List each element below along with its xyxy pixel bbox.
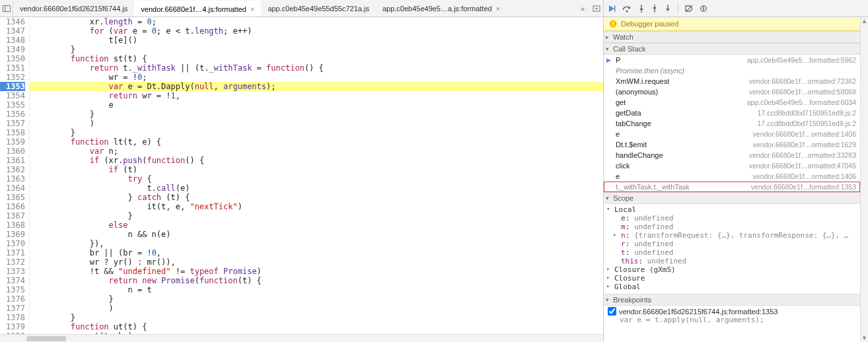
stack-frame[interactable]: evendor.66680e1f…ormatted:1406 (604, 129, 860, 139)
code-line[interactable]: e (30, 100, 603, 110)
stack-fn: XmWM.i.request (616, 77, 669, 85)
scope-var[interactable]: e: undefined (606, 214, 857, 222)
stack-fn: P (616, 56, 620, 64)
code-line[interactable]: wr = !0; (30, 73, 603, 82)
pause-exceptions-icon[interactable] (700, 5, 707, 13)
scroll-down-icon[interactable]: ▼ (861, 334, 867, 342)
code-line[interactable]: var e = Dt.Dapply(null, arguments); (30, 82, 603, 91)
devtools-root: vendor.66680e1f6d26215f6744.jsvendor.666… (0, 0, 868, 342)
scope-list: Locale: undefinedm: undefinedn: {transfo… (604, 204, 860, 294)
code-line[interactable]: function st(t) { (30, 54, 603, 63)
stack-frame[interactable]: (anonymous)vendor.66680e1f…ormatted:5806… (604, 86, 860, 97)
code-line[interactable]: t[e]() (30, 36, 603, 45)
stack-frame[interactable]: Dt.t.$emitvendor.66680e1f…ormatted:1629 (604, 139, 860, 150)
debugger-pane: Debugger paused Watch Call Stack Papp.c0… (604, 0, 868, 342)
code-line[interactable]: t.call(e) (30, 184, 603, 193)
code-content[interactable]: xr.length = 0; for (var e = 0; e < t.len… (30, 17, 603, 334)
scope-closure-head[interactable]: Global (606, 283, 857, 291)
code-line[interactable]: try { (30, 174, 603, 184)
breakpoints-section[interactable]: Breakpoints (604, 294, 860, 306)
code-line[interactable]: return new Promise(function(t) { (30, 276, 603, 285)
breakpoint-item[interactable]: vendor.66680e1f6d26215f6744.js:formatted… (604, 306, 860, 325)
line-gutter: 1346134713481349135013511352135313541355… (0, 17, 30, 334)
scope-closure-head[interactable]: Closure (606, 274, 857, 283)
v-scrollbar[interactable]: ▲ ▼ (860, 17, 868, 342)
code-line[interactable]: ) (30, 304, 603, 313)
paused-text: Debugger paused (621, 20, 678, 28)
stack-fn: handleChange (616, 151, 663, 159)
stack-loc: vendor.66680e1f…ormatted:33283 (749, 151, 856, 159)
deactivate-breakpoints-icon[interactable] (685, 5, 693, 13)
stack-frame[interactable]: evendor.66680e1f…ormatted:1406 (604, 171, 860, 182)
more-tabs-icon[interactable] (590, 1, 603, 17)
code-line[interactable]: var n; (30, 147, 603, 156)
h-scrollbar[interactable] (0, 334, 603, 342)
code-line[interactable]: br || (br = !0, (30, 248, 603, 257)
scope-closure-head[interactable]: Closure (gXmS) (606, 265, 857, 274)
step-icon[interactable] (665, 5, 671, 13)
breakpoint-checkbox[interactable] (608, 307, 616, 316)
step-over-icon[interactable] (622, 5, 632, 13)
tab[interactable]: vendor.66680e1f…4.js:formatted× (134, 1, 261, 17)
watch-section[interactable]: Watch (604, 31, 860, 43)
code-line[interactable]: n && n(e) (30, 230, 603, 239)
code-line[interactable]: ) (30, 119, 603, 128)
step-into-icon[interactable] (638, 5, 645, 13)
stack-frame[interactable]: Promise.then (async) (604, 65, 860, 76)
scope-var[interactable]: this: undefined (606, 257, 857, 265)
show-navigator-icon[interactable] (0, 1, 13, 17)
scope-var[interactable]: t: undefined (606, 248, 857, 257)
stack-frame[interactable]: Papp.c0eb45e49e5…formatted:5962 (604, 55, 860, 65)
code-line[interactable]: } (30, 128, 603, 137)
code-line[interactable]: wr ? yr() : mr()), (30, 257, 603, 267)
scope-var[interactable]: n: {transformRequest: {…}, transformResp… (606, 231, 857, 240)
scroll-up-icon[interactable]: ▲ (861, 17, 867, 25)
code-line[interactable]: return t._withTask || (t._withTask = fun… (30, 63, 603, 73)
code-line[interactable]: } (30, 110, 603, 119)
stack-fn: getData (616, 109, 641, 117)
code-line[interactable]: } (30, 313, 603, 322)
stack-frame[interactable]: getData17.ccd8bdd0bd7150951ed9.js:2 (604, 108, 860, 118)
code-line[interactable]: function lt(t, e) { (30, 137, 603, 147)
tab[interactable]: vendor.66680e1f6d26215f6744.js (13, 1, 134, 17)
resume-icon[interactable] (608, 5, 616, 13)
code-line[interactable]: !t && "undefined" != typeof Promise) (30, 267, 603, 276)
code-line[interactable]: return wr = !1, (30, 91, 603, 100)
stack-frame[interactable]: handleChangevendor.66680e1f…ormatted:332… (604, 150, 860, 160)
scope-local-head[interactable]: Local (606, 205, 857, 214)
svg-point-7 (626, 10, 628, 12)
stack-frame[interactable]: getapp.c0eb45e49e5…formatted:6034 (604, 97, 860, 108)
code-line[interactable]: } (30, 211, 603, 221)
close-icon[interactable]: × (496, 5, 500, 13)
code-line[interactable]: xr.length = 0; (30, 17, 603, 26)
tab[interactable]: app.c0eb45e49e55d55c721a.js (261, 1, 376, 17)
tab[interactable]: app.c0eb45e49e5…a.js:formatted× (376, 1, 507, 17)
scope-section[interactable]: Scope (604, 192, 860, 204)
scope-var[interactable]: r: undefined (606, 240, 857, 248)
svg-rect-5 (614, 5, 616, 12)
code-line[interactable]: ct(t, kr), (30, 331, 603, 334)
code-line[interactable]: for (var e = 0; e < t.length; e++) (30, 26, 603, 36)
stack-fn: (anonymous) (616, 88, 658, 96)
code-line[interactable]: it(t, e, "nextTick") (30, 202, 603, 211)
code-line[interactable]: else (30, 221, 603, 230)
callstack-section[interactable]: Call Stack (604, 43, 860, 55)
code-line[interactable]: function ut(t) { (30, 322, 603, 331)
scope-var[interactable]: m: undefined (606, 222, 857, 231)
svg-rect-23 (612, 25, 613, 26)
code-line[interactable]: if (t) (30, 165, 603, 174)
stack-frame[interactable]: XmWM.i.requestvendor.66680e1f…ormatted:7… (604, 76, 860, 86)
code-line[interactable]: n = t (30, 285, 603, 294)
step-out-icon[interactable] (651, 5, 658, 13)
code-line[interactable]: } (30, 294, 603, 304)
code-line[interactable]: if (xr.push(function() { (30, 156, 603, 165)
stack-frame[interactable]: t._withTask.t._withTaskvendor.66680e1f…f… (604, 182, 860, 192)
stack-frame[interactable]: tabChange17.ccd8bdd0bd7150951ed9.js:2 (604, 118, 860, 129)
tabs-overflow-icon[interactable]: » (577, 5, 589, 13)
code-editor[interactable]: 1346134713481349135013511352135313541355… (0, 17, 603, 334)
close-icon[interactable]: × (250, 5, 254, 13)
code-line[interactable]: } (30, 45, 603, 54)
stack-frame[interactable]: clickvendor.66680e1f…ormatted:47045 (604, 160, 860, 171)
code-line[interactable]: }), (30, 239, 603, 248)
code-line[interactable]: } catch (t) { (30, 193, 603, 202)
